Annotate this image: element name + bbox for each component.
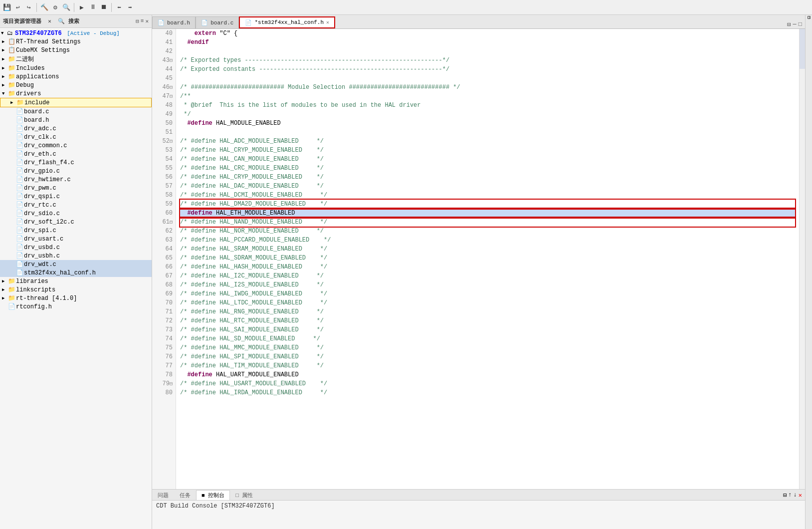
tree-item-9[interactable]: 📄board.h [0, 116, 152, 124]
stop-btn[interactable]: ⏹ [99, 2, 109, 12]
console-text: CDT Build Console [STM32F407ZGT6] [156, 503, 275, 510]
code-line-39: /* #define HAL_USART_MODULE_ENABLED */ [180, 379, 795, 388]
tree-label-25: drv_usbh.c [24, 253, 60, 260]
tree-arrow-29[interactable]: ▶ [2, 287, 8, 292]
redo-btn[interactable]: ↪ [24, 2, 34, 12]
tree-label-17: drv_pwm.c [24, 185, 56, 192]
code-line-13: /* #define HAL_CRYP_MODULE_ENABLED */ [180, 146, 795, 155]
tree-item-19[interactable]: 📄drv_rtc.c [0, 201, 152, 209]
tree-icon-29: 📁 [8, 286, 16, 293]
tree-item-11[interactable]: 📄drv_clk.c [0, 133, 152, 141]
root-arrow[interactable]: ▼ [1, 31, 7, 36]
tree-item-26[interactable]: 📄drv_wdt.c [0, 260, 152, 268]
tree-item-0[interactable]: ▶📋RT-Thread Settings [0, 37, 152, 46]
tree-arrow-2[interactable]: ▶ [2, 56, 8, 62]
collapse-btn[interactable]: ⊟ [136, 18, 139, 24]
tab-hal-conf[interactable]: 📄 *stm32f4xx_hal_conf.h ✕ [239, 16, 335, 28]
tree-item-12[interactable]: 📄drv_common.c [0, 141, 152, 150]
tree-arrow-30[interactable]: ▶ [2, 295, 8, 301]
tree-item-27[interactable]: 📄stm32f4xx_hal_conf.h [0, 268, 152, 277]
sidebar-title: 项目资源管理器 ✕ 🔍 搜索 [3, 17, 79, 25]
tree-item-1[interactable]: ▶📋CubeMX Settings [0, 46, 152, 54]
tab-board-c[interactable]: 📄 board.c [196, 16, 239, 28]
code-line-0: extern "C" { [180, 29, 795, 38]
line-num-9: 49 [152, 110, 173, 119]
tree-item-31[interactable]: 📄rtconfig.h [0, 302, 152, 311]
tree-item-7[interactable]: ▶📁include [0, 98, 152, 107]
tree-item-23[interactable]: 📄drv_usart.c [0, 235, 152, 243]
tree-item-17[interactable]: 📄drv_pwm.c [0, 184, 152, 192]
tree-item-6[interactable]: ▼📁drivers [0, 89, 152, 98]
tree-arrow-6[interactable]: ▼ [2, 91, 8, 96]
tree-arrow-3[interactable]: ▶ [2, 65, 8, 71]
tree-item-4[interactable]: ▶📁applications [0, 72, 152, 81]
tree-arrow-0[interactable]: ▶ [2, 39, 8, 44]
tree-label-10: drv_adc.c [24, 125, 56, 132]
bottom-tab-console[interactable]: ■ 控制台 [196, 490, 230, 500]
tree-item-20[interactable]: 📄drv_sdio.c [0, 209, 152, 218]
bottom-collapse-btn[interactable]: ⊟ [783, 492, 787, 499]
tree-arrow-4[interactable]: ▶ [2, 74, 8, 79]
expand-btn[interactable]: ≡ [141, 18, 144, 24]
bottom-tab-tasks[interactable]: 任务 [174, 490, 196, 500]
bottom-tabs: 问题 任务 ■ 控制台 □ 属性 ⊟ ↑ ↓ ✕ [152, 490, 805, 501]
run-btn[interactable]: ▶ [77, 2, 87, 12]
tree-arrow-5[interactable]: ▶ [2, 82, 8, 88]
line-num-8: 48 [152, 101, 173, 110]
tree-item-18[interactable]: 📄drv_qspi.c [0, 192, 152, 201]
tree-item-24[interactable]: 📄drv_usbd.c [0, 243, 152, 252]
tree-item-5[interactable]: ▶📁Debug [0, 81, 152, 89]
tree-item-15[interactable]: 📄drv_gpio.c [0, 167, 152, 175]
search-btn[interactable]: 🔍 [61, 2, 71, 12]
tree-item-21[interactable]: 📄drv_soft_i2c.c [0, 218, 152, 226]
bottom-up-btn[interactable]: ↑ [788, 492, 792, 499]
tree-item-13[interactable]: 📄drv_eth.c [0, 150, 152, 158]
tree-icon-16: 📄 [16, 176, 24, 183]
tree-icon-7: 📁 [16, 99, 24, 106]
tab-board-h[interactable]: 📄 board.h [152, 16, 196, 28]
tree-item-16[interactable]: 📄drv_hwtimer.c [0, 175, 152, 184]
tree-item-14[interactable]: 📄drv_flash_f4.c [0, 158, 152, 167]
bottom-down-btn[interactable]: ↓ [794, 492, 797, 499]
tree-item-28[interactable]: ▶📁libraries [0, 277, 152, 285]
tab-list-btn[interactable]: ⊟ [787, 21, 791, 28]
bottom-close-btn[interactable]: ✕ [799, 492, 802, 499]
tree-item-3[interactable]: ▶📁Includes [0, 64, 152, 72]
tree-arrow-1[interactable]: ▶ [2, 47, 8, 53]
pause-btn[interactable]: ⏸ [88, 2, 98, 12]
code-line-34: /* #define HAL_SD_MODULE_ENABLED */ [180, 334, 795, 343]
tree-item-30[interactable]: ▶📁rt-thread [4.1.0] [0, 294, 152, 302]
tab-hal-conf-close[interactable]: ✕ [326, 19, 329, 25]
tree-arrow-7[interactable]: ▶ [10, 100, 16, 105]
tab-max-btn[interactable]: □ [799, 21, 802, 28]
settings-btn[interactable]: ⚙ [50, 2, 60, 12]
undo-btn[interactable]: ↩ [13, 2, 23, 12]
build-btn[interactable]: 🔨 [39, 2, 49, 12]
close-sidebar-btn[interactable]: ✕ [145, 18, 149, 24]
code-line-38: #define HAL_UART_MODULE_ENABLED [180, 370, 795, 379]
bottom-tab-problems[interactable]: 问题 [152, 490, 174, 500]
minimap-thumb[interactable] [800, 29, 805, 69]
tree-label-6: drivers [16, 90, 41, 97]
tree-item-29[interactable]: ▶📁linkscripts [0, 285, 152, 294]
right-sidebar-btn[interactable]: ⊟ [806, 16, 812, 19]
prev-btn[interactable]: ⬅ [114, 2, 124, 12]
line-numbers: 40414243⊟444546⊟47⊟4849505152⊟5354555657… [152, 29, 176, 489]
tree-item-2[interactable]: ▶📁二进制 [0, 54, 152, 64]
project-root[interactable]: ▼ 🗂 STM32F407ZGT6 [Active - Debug] [0, 29, 152, 37]
tree-item-10[interactable]: 📄drv_adc.c [0, 124, 152, 133]
tree-item-22[interactable]: 📄drv_spi.c [0, 226, 152, 235]
bottom-tab-properties[interactable]: □ 属性 [230, 490, 258, 500]
tree-label-0: RT-Thread Settings [16, 38, 81, 45]
sep3 [111, 3, 112, 12]
tab-min-btn[interactable]: ─ [793, 21, 797, 28]
tree-item-8[interactable]: 📄board.c [0, 107, 152, 116]
tree-item-25[interactable]: 📄drv_usbh.c [0, 252, 152, 260]
tree-label-22: drv_spi.c [24, 227, 56, 234]
tab-bar: 📄 board.h 📄 board.c 📄 *stm32f4xx_hal_con… [152, 15, 805, 29]
save-btn[interactable]: 💾 [2, 2, 12, 12]
tree-label-19: drv_rtc.c [24, 202, 56, 209]
next-btn[interactable]: ➡ [125, 2, 135, 12]
tree-arrow-28[interactable]: ▶ [2, 278, 8, 284]
code-content[interactable]: extern "C" { #endif/* Exported types ---… [176, 29, 799, 489]
